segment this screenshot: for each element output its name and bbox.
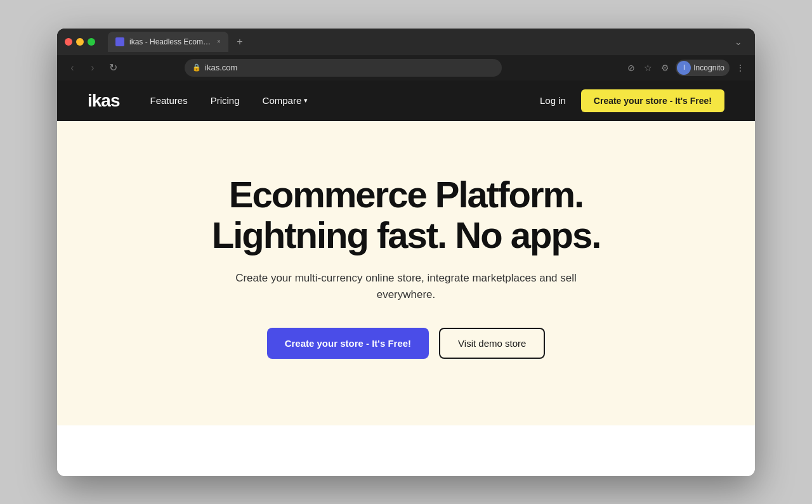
url-text: ikas.com <box>205 63 237 72</box>
hero-cta-primary[interactable]: Create your store - It's Free! <box>267 328 429 359</box>
address-bar[interactable]: 🔒 ikas.com <box>185 59 502 77</box>
chrome-tab-bar: ikas - Headless Ecommerce pl × + ⌄ <box>57 29 755 55</box>
bookmark-icon[interactable]: ☆ <box>641 61 655 74</box>
chevron-down-icon: ▾ <box>304 96 308 105</box>
tab-close-icon[interactable]: × <box>217 38 221 45</box>
active-tab[interactable]: ikas - Headless Ecommerce pl × <box>108 32 228 52</box>
website: ikas Features Pricing Compare ▾ Log in C… <box>57 81 755 476</box>
forward-button[interactable]: › <box>85 62 100 74</box>
collapse-icon[interactable]: ⌄ <box>730 34 747 49</box>
headline-line1: Ecommerce Platform. <box>229 174 583 215</box>
browser-window: ikas - Headless Ecommerce pl × + ⌄ ‹ › ↻… <box>57 29 755 476</box>
nav-links: Features Pricing Compare ▾ <box>150 95 540 106</box>
menu-icon[interactable]: ⋮ <box>733 61 747 74</box>
new-tab-button[interactable]: + <box>231 33 249 51</box>
back-button[interactable]: ‹ <box>65 62 80 74</box>
lock-icon: 🔒 <box>192 63 201 72</box>
below-hero <box>57 425 755 476</box>
toolbar-icons: ⊘ ☆ ⚙ I Incognito ⋮ <box>625 60 747 76</box>
nav-features[interactable]: Features <box>150 95 188 106</box>
nav-right: Log in Create your store - It's Free! <box>540 89 724 112</box>
tab-right-controls: ⌄ <box>730 34 747 49</box>
maximize-button[interactable] <box>88 38 95 46</box>
profile-area[interactable]: I Incognito <box>676 60 730 76</box>
traffic-lights <box>65 38 95 46</box>
refresh-button[interactable]: ↻ <box>105 61 121 74</box>
profile-name: Incognito <box>693 63 724 72</box>
hero-section: Ecommerce Platform. Lightning fast. No a… <box>57 121 755 425</box>
hero-cta-secondary[interactable]: Visit demo store <box>439 328 545 359</box>
tab-title: ikas - Headless Ecommerce pl <box>129 37 212 46</box>
tab-bar: ikas - Headless Ecommerce pl × + <box>108 32 724 52</box>
site-logo[interactable]: ikas <box>88 91 120 111</box>
close-button[interactable] <box>65 38 72 46</box>
address-bar-row: ‹ › ↻ 🔒 ikas.com ⊘ ☆ ⚙ I Incognito ⋮ <box>57 55 755 81</box>
site-nav: ikas Features Pricing Compare ▾ Log in C… <box>57 81 755 121</box>
hero-buttons: Create your store - It's Free! Visit dem… <box>267 328 546 359</box>
nav-cta-button[interactable]: Create your store - It's Free! <box>581 89 724 112</box>
tab-favicon-icon <box>115 37 124 46</box>
hero-headline: Ecommerce Platform. Lightning fast. No a… <box>212 174 601 255</box>
avatar-initial: I <box>683 64 685 71</box>
nav-compare[interactable]: Compare ▾ <box>263 95 308 106</box>
minimize-button[interactable] <box>76 38 84 46</box>
headline-line2: Lightning fast. No apps. <box>212 214 601 255</box>
avatar: I <box>677 61 691 75</box>
login-link[interactable]: Log in <box>540 95 566 106</box>
extensions-icon[interactable]: ⚙ <box>658 61 672 74</box>
cast-icon[interactable]: ⊘ <box>625 61 638 74</box>
hero-subtext: Create your multi-currency online store,… <box>228 270 584 302</box>
nav-pricing[interactable]: Pricing <box>211 95 240 106</box>
